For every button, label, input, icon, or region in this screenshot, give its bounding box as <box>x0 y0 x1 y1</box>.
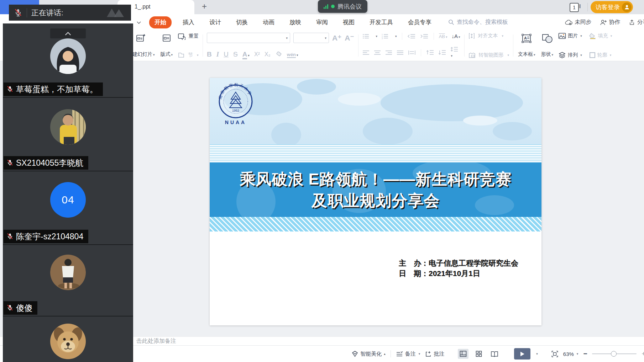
strikethrough-button[interactable]: S <box>233 50 238 58</box>
muted-mic-icon[interactable] <box>14 8 22 17</box>
participant-tile[interactable] <box>3 316 133 362</box>
collab-button[interactable]: 协作 <box>600 18 620 26</box>
participant-name: 陈奎宇-sz2104804 <box>16 231 83 242</box>
text-box-button[interactable]: A 文本框▾ <box>515 30 538 61</box>
smart-beautify-button[interactable]: 智能美化 ▴ <box>352 351 386 357</box>
bullet-list-button[interactable] <box>362 33 371 39</box>
section-button[interactable]: 节▾ <box>178 52 199 58</box>
play-slideshow-button[interactable] <box>514 348 530 360</box>
play-options-caret[interactable]: ▾ <box>536 352 538 356</box>
avatar: 04 <box>50 182 86 218</box>
world-map-art <box>210 78 541 144</box>
slide[interactable]: 南京航空航天大学 1952 NUAA 乘风破浪 E路领航！——新生科研竞赛 及职… <box>210 78 541 325</box>
bold-button[interactable]: B <box>207 50 212 58</box>
layout-icon <box>162 33 171 43</box>
increase-indent-button[interactable] <box>420 33 429 39</box>
tab-view[interactable]: 视图 <box>343 18 355 26</box>
grow-font-button[interactable]: A⁺ <box>332 34 341 42</box>
char-spacing-button[interactable]: AB▾ <box>439 33 447 39</box>
shrink-font-button[interactable]: A⁻ <box>345 34 354 42</box>
view-normal-button[interactable] <box>458 349 468 359</box>
fit-slide-button[interactable] <box>551 351 558 357</box>
tab-devtools[interactable]: 开发工具 <box>370 18 393 26</box>
zoom-slider-knob[interactable] <box>611 351 617 357</box>
participant-tile[interactable]: SX2104055李晓航 <box>3 98 133 171</box>
pinyin-guide-button[interactable]: wén▾ <box>287 51 298 58</box>
zoom-in-button[interactable]: + <box>642 350 644 358</box>
underline-button[interactable]: U <box>224 50 229 58</box>
font-size-select[interactable]: ▾ <box>293 33 329 43</box>
text-direction-button[interactable]: ↓A▾ <box>452 33 460 39</box>
sync-status[interactable]: 未同步 <box>565 18 592 26</box>
window-count-badge[interactable]: 1 <box>570 3 579 12</box>
tab-membership[interactable]: 会员专享 <box>408 18 431 26</box>
zoom-slider[interactable] <box>592 353 637 354</box>
pinstripe-band <box>210 144 541 163</box>
align-right-button[interactable] <box>385 50 392 55</box>
picture-icon <box>558 33 566 39</box>
tab-transition[interactable]: 切换 <box>236 18 248 26</box>
italic-button[interactable]: I <box>216 50 219 58</box>
view-sorter-button[interactable] <box>473 349 484 359</box>
comments-button[interactable]: 批注 <box>425 351 444 357</box>
fill-button[interactable]: 填充▾ <box>589 33 612 39</box>
view-reading-button[interactable] <box>489 349 500 359</box>
view-book-icon <box>491 351 498 357</box>
outline-icon <box>589 52 596 58</box>
ribbon-search[interactable]: 查找命令、搜索模板 <box>448 18 508 26</box>
numbered-list-button[interactable]: 123 <box>382 33 390 39</box>
meeting-header[interactable]: 正在讲话: <box>9 5 131 21</box>
share-icon <box>629 19 635 26</box>
subscript-button[interactable]: X₂ <box>265 51 271 58</box>
arrange-button[interactable]: 排列▾ <box>558 52 582 58</box>
notes-icon <box>396 351 403 357</box>
picture-button[interactable]: 图片▾ <box>558 33 582 39</box>
justify-button[interactable] <box>397 50 404 55</box>
font-color-button[interactable]: A▾ <box>242 50 250 58</box>
tab-slideshow[interactable]: 放映 <box>289 18 301 26</box>
guest-login-button[interactable]: 访客登录 <box>591 1 633 13</box>
view-normal-icon <box>460 351 467 357</box>
align-center-button[interactable] <box>374 50 381 55</box>
notes-button[interactable]: 备注 ▾ <box>396 351 420 357</box>
distribute-button[interactable] <box>408 50 416 55</box>
ribbon-collapse-icon[interactable] <box>136 19 141 26</box>
meeting-pill-label: 腾讯会议 <box>337 2 362 11</box>
align-left-button[interactable] <box>362 50 370 55</box>
participant-tile[interactable]: 傻傻 <box>3 245 133 316</box>
participant-tile[interactable]: 04 陈奎宇-sz2104804 <box>3 171 133 244</box>
zoom-out-button[interactable]: − <box>583 350 587 358</box>
decrease-indent-button[interactable] <box>407 33 416 39</box>
shapes-button[interactable]: 形状▾ <box>538 30 556 61</box>
smart-graphic-button[interactable]: 转智能图形▾ <box>468 52 509 58</box>
tab-insert[interactable]: 插入 <box>183 18 194 26</box>
organizer-line: 主 办：电子信息工程学院研究生会 <box>399 258 518 268</box>
font-name-select[interactable]: ▾ <box>207 33 290 43</box>
meeting-pill[interactable]: 腾讯会议 <box>318 0 367 13</box>
search-icon <box>448 19 454 25</box>
reset-button[interactable]: 重置 <box>178 33 199 40</box>
layout-button[interactable]: 版式▾ <box>158 30 176 61</box>
outline-button[interactable]: 轮廓▾ <box>589 52 612 58</box>
organizer-text[interactable]: 主 办：电子信息工程学院研究生会 日 期：2021年10月1日 <box>399 258 518 278</box>
line-spacing-button[interactable]: ▾ <box>450 47 458 58</box>
collapse-button[interactable] <box>50 28 86 38</box>
tab-design[interactable]: 设计 <box>209 18 221 26</box>
line-spacing-down-icon[interactable] <box>438 50 446 55</box>
clear-format-icon[interactable] <box>275 52 282 57</box>
zoom-level[interactable]: 63%▾ <box>563 351 578 357</box>
align-text-button[interactable]: 对齐文本▾ <box>468 33 509 39</box>
tab-review[interactable]: 审阅 <box>316 18 328 26</box>
participant-name: SX2104055李晓航 <box>16 158 83 169</box>
tab-animation[interactable]: 动画 <box>263 18 274 26</box>
new-tab-button[interactable]: + <box>199 1 209 11</box>
tab-home[interactable]: 开始 <box>149 16 172 28</box>
svg-text:A: A <box>524 36 527 40</box>
participant-name-chip: SX2104055李晓航 <box>4 156 88 170</box>
notes-placeholder: 击此处添加备注 <box>136 337 176 345</box>
share-button[interactable]: 分享 <box>629 18 644 26</box>
title-band[interactable]: 乘风破浪 E路领航！——新生科研竞赛 及职业规划分享会 <box>210 163 541 217</box>
superscript-button[interactable]: X² <box>254 51 260 58</box>
participant-tile[interactable]: 草莓蛋糕，不加草莓。 <box>3 23 133 97</box>
line-spacing-up-icon[interactable] <box>426 50 434 55</box>
